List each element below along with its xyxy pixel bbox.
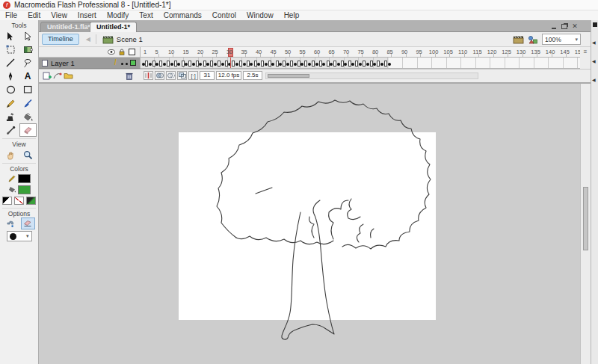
keyframe-dot[interactable] xyxy=(221,63,224,66)
add-motion-guide-button[interactable] xyxy=(53,72,62,80)
frame-span-end[interactable] xyxy=(239,61,242,67)
edit-symbols-button[interactable] xyxy=(528,35,538,44)
frame-rate-indicator[interactable]: 12.0 fps xyxy=(216,71,241,80)
keyframe-dot[interactable] xyxy=(243,63,246,66)
keyframe-dot[interactable] xyxy=(192,63,195,66)
paint-bucket-tool[interactable] xyxy=(19,110,37,123)
timeline-horizontal-scrollbar[interactable] xyxy=(265,73,478,79)
frame-span-end[interactable] xyxy=(355,61,358,67)
menu-modify[interactable]: Modify xyxy=(102,11,134,19)
keyframe-dot[interactable] xyxy=(265,63,268,66)
keyframe-dot[interactable] xyxy=(294,63,297,66)
keyframe-dot[interactable] xyxy=(308,63,311,66)
swap-colors-button[interactable] xyxy=(26,197,36,205)
frame-span-end[interactable] xyxy=(152,61,155,67)
frame-span-end[interactable] xyxy=(283,61,286,67)
layer-row-layer-1[interactable]: Layer 1 / xyxy=(39,58,141,69)
scene-name[interactable]: Scene 1 xyxy=(117,35,143,43)
frame-span-end[interactable] xyxy=(384,61,387,67)
frame-span-end[interactable] xyxy=(276,61,279,67)
frame-span-end[interactable] xyxy=(174,61,177,67)
lock-layers-icon[interactable] xyxy=(119,49,125,55)
frame-span-end[interactable] xyxy=(268,61,271,67)
canvas-scrollbar-thumb[interactable] xyxy=(583,187,588,250)
menu-view[interactable]: View xyxy=(46,11,73,19)
eraser-shape-dropdown[interactable]: ▾ xyxy=(7,231,32,241)
line-tool[interactable] xyxy=(2,56,19,70)
panel-collapse-arrow-icon[interactable]: ◀ xyxy=(592,40,596,45)
timeline-ruler[interactable]: 1510152025303540455055606570758085909510… xyxy=(141,47,580,58)
keyframe-dot[interactable] xyxy=(366,63,369,66)
zoom-level-dropdown[interactable]: 100% ▾ xyxy=(542,34,581,45)
frame-span-end[interactable] xyxy=(333,61,336,67)
onion-skin-outlines-button[interactable] xyxy=(166,71,176,80)
canvas-pasteboard[interactable] xyxy=(39,84,580,364)
document-restore-button[interactable] xyxy=(560,22,569,30)
keyframe-dot[interactable] xyxy=(337,63,340,66)
menu-help[interactable]: Help xyxy=(279,11,305,19)
panel-collapse-arrow-icon[interactable]: ◀ xyxy=(592,78,596,82)
keyframe-dot[interactable] xyxy=(286,63,289,66)
fill-color-swatch[interactable] xyxy=(18,185,31,194)
modify-onion-markers-button[interactable]: [·] xyxy=(188,71,198,80)
frame-span-end[interactable] xyxy=(210,61,213,67)
menu-commands[interactable]: Commands xyxy=(158,11,207,19)
keyframe-dot[interactable] xyxy=(214,63,217,66)
layer-lock-dot[interactable] xyxy=(126,63,128,65)
frame-span-end[interactable] xyxy=(167,61,170,67)
layer-frames-track[interactable] xyxy=(141,58,580,69)
frame-span-end[interactable] xyxy=(159,61,162,67)
tree-drawing[interactable] xyxy=(172,96,441,354)
subselection-tool[interactable] xyxy=(19,29,37,43)
lasso-tool[interactable] xyxy=(19,56,37,70)
keyframe-dot[interactable] xyxy=(380,63,383,66)
onion-skin-button[interactable] xyxy=(155,71,164,80)
current-frame-indicator[interactable]: 31 xyxy=(200,71,215,80)
eraser-tool[interactable] xyxy=(19,123,37,137)
edit-multiple-frames-button[interactable] xyxy=(177,71,187,80)
frame-span-end[interactable] xyxy=(225,61,228,67)
frame-span-end[interactable] xyxy=(290,61,293,67)
frame-span-end[interactable] xyxy=(182,61,185,67)
frame-span-end[interactable] xyxy=(247,61,250,67)
frame-span-end[interactable] xyxy=(319,61,322,67)
outline-layers-icon[interactable] xyxy=(129,49,135,55)
ink-bottle-tool[interactable] xyxy=(2,110,19,123)
frame-span-end[interactable] xyxy=(298,61,300,67)
rectangle-tool[interactable] xyxy=(19,83,37,96)
keyframe-dot[interactable] xyxy=(185,63,188,66)
menu-file[interactable]: File xyxy=(0,11,22,19)
frame-span-end[interactable] xyxy=(232,61,235,67)
frame-span-end[interactable] xyxy=(363,61,366,67)
layer-visible-dot[interactable] xyxy=(121,63,123,65)
frame-span-end[interactable] xyxy=(261,61,264,67)
keyframe-dot[interactable] xyxy=(163,63,166,66)
frame-span-end[interactable] xyxy=(304,61,307,67)
frame-span-end[interactable] xyxy=(370,61,373,67)
insert-layer-folder-button[interactable] xyxy=(64,72,73,79)
keyframe-dot[interactable] xyxy=(330,63,333,66)
eyedropper-tool[interactable] xyxy=(2,123,19,137)
frame-span-end[interactable] xyxy=(327,61,330,67)
frame-span-end[interactable] xyxy=(188,61,191,67)
show-hide-layers-icon[interactable] xyxy=(108,49,115,55)
menu-text[interactable]: Text xyxy=(134,11,158,19)
menu-insert[interactable]: Insert xyxy=(73,11,102,19)
no-color-button[interactable] xyxy=(14,197,24,205)
frame-span-end[interactable] xyxy=(203,61,206,67)
canvas-vertical-scrollbar[interactable] xyxy=(580,84,591,364)
keyframe-dot[interactable] xyxy=(315,63,318,66)
menu-edit[interactable]: Edit xyxy=(22,11,46,19)
center-frame-button[interactable] xyxy=(144,71,153,80)
keyframe-dot[interactable] xyxy=(388,63,391,66)
faucet-option-button[interactable] xyxy=(4,218,18,229)
timeline-toggle-button[interactable]: Timeline xyxy=(42,34,79,45)
panel-collapse-arrow-icon[interactable]: ◀ xyxy=(592,59,596,64)
selection-tool[interactable] xyxy=(2,29,19,43)
layer-outline-color-swatch[interactable] xyxy=(130,60,136,66)
menu-control[interactable]: Control xyxy=(207,11,241,19)
document-close-button[interactable]: ✕ xyxy=(570,22,579,30)
stroke-color-swatch[interactable] xyxy=(18,174,31,183)
hand-tool[interactable] xyxy=(2,148,19,161)
tab-untitled-1-fla[interactable]: Untitled-1.fla* xyxy=(40,22,97,33)
